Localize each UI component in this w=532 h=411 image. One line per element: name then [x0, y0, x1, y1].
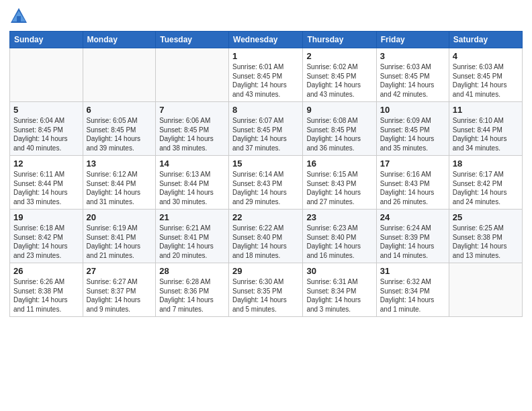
page: SundayMondayTuesdayWednesdayThursdayFrid… — [0, 0, 532, 411]
day-number: 19 — [13, 212, 79, 222]
day-info: Sunrise: 6:06 AM Sunset: 8:45 PM Dayligh… — [159, 116, 225, 152]
day-number: 6 — [87, 105, 152, 115]
svg-rect-2 — [17, 16, 21, 21]
calendar-table: SundayMondayTuesdayWednesdayThursdayFrid… — [9, 31, 523, 317]
weekday-header-wednesday: Wednesday — [229, 32, 303, 48]
day-info: Sunrise: 6:23 AM Sunset: 8:40 PM Dayligh… — [306, 224, 372, 260]
calendar-cell: 31Sunrise: 6:32 AM Sunset: 8:34 PM Dayli… — [376, 263, 449, 317]
calendar-cell: 28Sunrise: 6:28 AM Sunset: 8:36 PM Dayli… — [156, 263, 229, 317]
day-info: Sunrise: 6:03 AM Sunset: 8:45 PM Dayligh… — [453, 62, 519, 99]
day-info: Sunrise: 6:24 AM Sunset: 8:39 PM Dayligh… — [380, 224, 445, 260]
calendar-cell: 6Sunrise: 6:05 AM Sunset: 8:45 PM Daylig… — [83, 102, 156, 156]
day-number: 24 — [380, 212, 445, 222]
day-number: 20 — [87, 212, 152, 222]
day-number: 28 — [159, 266, 225, 276]
weekday-header-friday: Friday — [376, 32, 449, 48]
day-info: Sunrise: 6:09 AM Sunset: 8:45 PM Dayligh… — [380, 116, 445, 152]
calendar-cell: 26Sunrise: 6:26 AM Sunset: 8:38 PM Dayli… — [10, 263, 83, 317]
calendar-cell — [10, 48, 83, 102]
day-number: 2 — [306, 51, 372, 61]
calendar-cell: 15Sunrise: 6:14 AM Sunset: 8:43 PM Dayli… — [229, 156, 303, 210]
day-info: Sunrise: 6:31 AM Sunset: 8:34 PM Dayligh… — [306, 277, 372, 314]
calendar-cell: 23Sunrise: 6:23 AM Sunset: 8:40 PM Dayli… — [303, 210, 376, 263]
calendar-cell: 25Sunrise: 6:25 AM Sunset: 8:38 PM Dayli… — [449, 210, 522, 263]
calendar-cell: 24Sunrise: 6:24 AM Sunset: 8:39 PM Dayli… — [376, 210, 449, 263]
calendar-cell: 5Sunrise: 6:04 AM Sunset: 8:45 PM Daylig… — [10, 102, 83, 156]
day-number: 16 — [306, 158, 372, 169]
weekday-header-row: SundayMondayTuesdayWednesdayThursdayFrid… — [10, 32, 523, 48]
day-number: 9 — [306, 105, 372, 115]
day-number: 10 — [380, 105, 445, 115]
calendar-cell: 27Sunrise: 6:27 AM Sunset: 8:37 PM Dayli… — [83, 263, 156, 317]
day-number: 25 — [453, 212, 519, 222]
calendar-cell: 20Sunrise: 6:19 AM Sunset: 8:41 PM Dayli… — [83, 210, 156, 263]
day-number: 1 — [232, 51, 299, 61]
day-info: Sunrise: 6:12 AM Sunset: 8:44 PM Dayligh… — [87, 170, 152, 206]
day-info: Sunrise: 6:28 AM Sunset: 8:36 PM Dayligh… — [159, 277, 225, 314]
calendar-cell: 13Sunrise: 6:12 AM Sunset: 8:44 PM Dayli… — [83, 156, 156, 210]
calendar-cell: 19Sunrise: 6:18 AM Sunset: 8:42 PM Dayli… — [10, 210, 83, 263]
calendar-week-row: 12Sunrise: 6:11 AM Sunset: 8:44 PM Dayli… — [10, 156, 523, 210]
day-info: Sunrise: 6:16 AM Sunset: 8:43 PM Dayligh… — [380, 170, 445, 206]
calendar-cell: 8Sunrise: 6:07 AM Sunset: 8:45 PM Daylig… — [229, 102, 303, 156]
day-info: Sunrise: 6:11 AM Sunset: 8:44 PM Dayligh… — [13, 170, 79, 206]
day-info: Sunrise: 6:32 AM Sunset: 8:34 PM Dayligh… — [380, 277, 445, 314]
weekday-header-sunday: Sunday — [10, 32, 83, 48]
day-number: 18 — [453, 158, 519, 169]
day-info: Sunrise: 6:30 AM Sunset: 8:35 PM Dayligh… — [232, 277, 299, 314]
day-info: Sunrise: 6:21 AM Sunset: 8:41 PM Dayligh… — [159, 224, 225, 260]
calendar-cell: 1Sunrise: 6:01 AM Sunset: 8:45 PM Daylig… — [229, 48, 303, 102]
day-number: 17 — [380, 158, 445, 169]
day-info: Sunrise: 6:18 AM Sunset: 8:42 PM Dayligh… — [13, 224, 79, 260]
day-number: 15 — [232, 158, 299, 169]
weekday-header-monday: Monday — [83, 32, 156, 48]
calendar-cell: 16Sunrise: 6:15 AM Sunset: 8:43 PM Dayli… — [303, 156, 376, 210]
calendar-week-row: 5Sunrise: 6:04 AM Sunset: 8:45 PM Daylig… — [10, 102, 523, 156]
day-info: Sunrise: 6:02 AM Sunset: 8:45 PM Dayligh… — [306, 62, 372, 99]
day-info: Sunrise: 6:08 AM Sunset: 8:45 PM Dayligh… — [306, 116, 372, 152]
day-number: 31 — [380, 266, 445, 276]
day-number: 26 — [13, 266, 79, 276]
calendar-week-row: 19Sunrise: 6:18 AM Sunset: 8:42 PM Dayli… — [10, 210, 523, 263]
logo-icon — [9, 7, 28, 26]
day-info: Sunrise: 6:19 AM Sunset: 8:41 PM Dayligh… — [87, 224, 152, 260]
day-number: 14 — [159, 158, 225, 169]
calendar-cell: 9Sunrise: 6:08 AM Sunset: 8:45 PM Daylig… — [303, 102, 376, 156]
header — [9, 7, 523, 26]
calendar-cell: 14Sunrise: 6:13 AM Sunset: 8:44 PM Dayli… — [156, 156, 229, 210]
weekday-header-saturday: Saturday — [449, 32, 522, 48]
calendar-cell: 18Sunrise: 6:17 AM Sunset: 8:42 PM Dayli… — [449, 156, 522, 210]
day-info: Sunrise: 6:26 AM Sunset: 8:38 PM Dayligh… — [13, 277, 79, 314]
day-info: Sunrise: 6:15 AM Sunset: 8:43 PM Dayligh… — [306, 170, 372, 206]
calendar-cell — [156, 48, 229, 102]
calendar-cell — [83, 48, 156, 102]
calendar-cell: 29Sunrise: 6:30 AM Sunset: 8:35 PM Dayli… — [229, 263, 303, 317]
weekday-header-thursday: Thursday — [303, 32, 376, 48]
day-number: 3 — [380, 51, 445, 61]
day-number: 11 — [453, 105, 519, 115]
calendar-cell: 7Sunrise: 6:06 AM Sunset: 8:45 PM Daylig… — [156, 102, 229, 156]
day-number: 27 — [87, 266, 152, 276]
day-info: Sunrise: 6:03 AM Sunset: 8:45 PM Dayligh… — [380, 62, 445, 99]
calendar-cell: 17Sunrise: 6:16 AM Sunset: 8:43 PM Dayli… — [376, 156, 449, 210]
calendar-cell: 30Sunrise: 6:31 AM Sunset: 8:34 PM Dayli… — [303, 263, 376, 317]
day-info: Sunrise: 6:05 AM Sunset: 8:45 PM Dayligh… — [87, 116, 152, 152]
logo — [9, 7, 31, 26]
day-info: Sunrise: 6:25 AM Sunset: 8:38 PM Dayligh… — [453, 224, 519, 260]
day-info: Sunrise: 6:01 AM Sunset: 8:45 PM Dayligh… — [232, 62, 299, 99]
calendar-cell: 4Sunrise: 6:03 AM Sunset: 8:45 PM Daylig… — [449, 48, 522, 102]
day-number: 12 — [13, 158, 79, 169]
calendar-cell: 22Sunrise: 6:22 AM Sunset: 8:40 PM Dayli… — [229, 210, 303, 263]
day-info: Sunrise: 6:27 AM Sunset: 8:37 PM Dayligh… — [87, 277, 152, 314]
calendar-cell — [449, 263, 522, 317]
calendar-cell: 3Sunrise: 6:03 AM Sunset: 8:45 PM Daylig… — [376, 48, 449, 102]
calendar-cell: 11Sunrise: 6:10 AM Sunset: 8:44 PM Dayli… — [449, 102, 522, 156]
day-info: Sunrise: 6:14 AM Sunset: 8:43 PM Dayligh… — [232, 170, 299, 206]
calendar-week-row: 1Sunrise: 6:01 AM Sunset: 8:45 PM Daylig… — [10, 48, 523, 102]
day-info: Sunrise: 6:13 AM Sunset: 8:44 PM Dayligh… — [159, 170, 225, 206]
calendar-cell: 21Sunrise: 6:21 AM Sunset: 8:41 PM Dayli… — [156, 210, 229, 263]
day-number: 29 — [232, 266, 299, 276]
day-info: Sunrise: 6:10 AM Sunset: 8:44 PM Dayligh… — [453, 116, 519, 152]
day-number: 7 — [159, 105, 225, 115]
day-number: 21 — [159, 212, 225, 222]
